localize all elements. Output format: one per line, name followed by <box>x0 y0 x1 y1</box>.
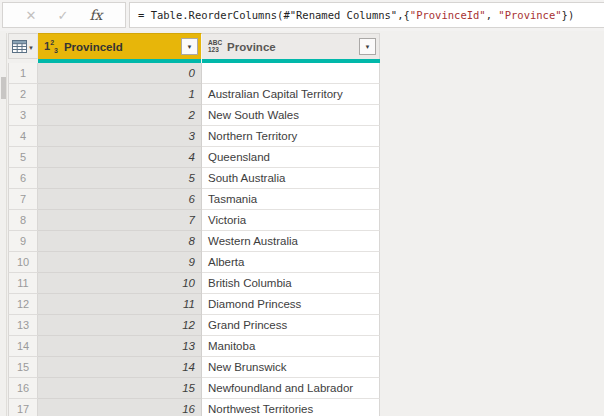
provinceid-cell[interactable]: 2 <box>38 105 202 126</box>
row-number[interactable]: 13 <box>8 315 38 336</box>
province-cell[interactable]: Alberta <box>202 252 380 273</box>
province-cell[interactable]: New South Wales <box>202 105 380 126</box>
pane-scroll-thumb[interactable] <box>1 77 6 99</box>
table-row: 10 9 Alberta <box>8 252 380 273</box>
province-cell[interactable]: New Brunswick <box>202 357 380 378</box>
province-cell[interactable]: Grand Princess <box>202 315 380 336</box>
table-row: 11 10 British Columbia <box>8 273 380 294</box>
table-row: 5 4 Queensland <box>8 147 380 168</box>
province-cell[interactable]: Northwest Territories <box>202 399 380 416</box>
provinceid-cell[interactable]: 6 <box>38 189 202 210</box>
provinceid-cell[interactable]: 5 <box>38 168 202 189</box>
province-cell[interactable]: South Australia <box>202 168 380 189</box>
provinceid-cell[interactable]: 16 <box>38 399 202 416</box>
table-icon <box>12 40 27 53</box>
table-header-row: ▼ 123 ProvinceId ▼ ABC 123 Province ▼ <box>8 33 380 59</box>
chevron-down-icon: ▼ <box>365 44 371 50</box>
row-number[interactable]: 1 <box>8 63 38 84</box>
table-menu-button[interactable]: ▼ <box>8 33 38 59</box>
table-row: 8 7 Victoria <box>8 210 380 231</box>
provinceid-cell[interactable]: 14 <box>38 357 202 378</box>
provinceid-cell[interactable]: 11 <box>38 294 202 315</box>
province-cell[interactable]: Victoria <box>202 210 380 231</box>
provinceid-cell[interactable]: 0 <box>38 63 202 84</box>
province-cell[interactable]: Northern Territory <box>202 126 380 147</box>
table-body: 1 0 2 1 Australian Capital Territory 3 2… <box>8 63 380 416</box>
row-number[interactable]: 11 <box>8 273 38 294</box>
power-query-editor: ✕ ✓ fx = Table.ReorderColumns(#"Renamed … <box>0 0 604 416</box>
row-number[interactable]: 3 <box>8 105 38 126</box>
row-number[interactable]: 9 <box>8 231 38 252</box>
row-number[interactable]: 5 <box>8 147 38 168</box>
row-number[interactable]: 12 <box>8 294 38 315</box>
province-cell[interactable]: Australian Capital Territory <box>202 84 380 105</box>
provinceid-cell[interactable]: 9 <box>38 252 202 273</box>
province-cell[interactable]: Queensland <box>202 147 380 168</box>
table-row: 14 13 Manitoba <box>8 336 380 357</box>
table-row: 15 14 New Brunswick <box>8 357 380 378</box>
provinceid-cell[interactable]: 10 <box>38 273 202 294</box>
cancel-icon[interactable]: ✕ <box>26 9 37 22</box>
any-type-icon: ABC 123 <box>208 40 222 54</box>
province-cell[interactable]: Manitoba <box>202 336 380 357</box>
provinceid-cell[interactable]: 3 <box>38 126 202 147</box>
provinceid-cell[interactable]: 12 <box>38 315 202 336</box>
row-number[interactable]: 7 <box>8 189 38 210</box>
table-row: 9 8 Western Australia <box>8 231 380 252</box>
row-number[interactable]: 10 <box>8 252 38 273</box>
provinceid-cell[interactable]: 4 <box>38 147 202 168</box>
formula-input[interactable]: = Table.ReorderColumns(#"Renamed Columns… <box>129 2 604 28</box>
table-row: 7 6 Tasmania <box>8 189 380 210</box>
table-row: 6 5 South Australia <box>8 168 380 189</box>
row-number[interactable]: 2 <box>8 84 38 105</box>
formula-bar: ✕ ✓ fx = Table.ReorderColumns(#"Renamed … <box>0 0 604 31</box>
table-row: 13 12 Grand Princess <box>8 315 380 336</box>
provinceid-cell[interactable]: 1 <box>38 84 202 105</box>
provinceid-cell[interactable]: 15 <box>38 378 202 399</box>
row-number[interactable]: 16 <box>8 378 38 399</box>
province-cell[interactable]: Diamond Princess <box>202 294 380 315</box>
row-number[interactable]: 14 <box>8 336 38 357</box>
filter-dropdown-button[interactable]: ▼ <box>181 38 198 55</box>
commit-icon[interactable]: ✓ <box>57 9 68 22</box>
province-cell[interactable] <box>202 63 380 84</box>
chevron-down-icon: ▼ <box>28 45 34 51</box>
fx-icon: fx <box>89 8 102 22</box>
row-number[interactable]: 4 <box>8 126 38 147</box>
table-row: 12 11 Diamond Princess <box>8 294 380 315</box>
table-row: 17 16 Northwest Territories <box>8 399 380 416</box>
row-number[interactable]: 8 <box>8 210 38 231</box>
table-row: 1 0 <box>8 63 380 84</box>
filter-dropdown-button[interactable]: ▼ <box>359 38 376 55</box>
column-header-label: Province <box>227 41 276 53</box>
column-header-label: ProvinceId <box>64 41 123 53</box>
province-cell[interactable]: Tasmania <box>202 189 380 210</box>
table-row: 2 1 Australian Capital Territory <box>8 84 380 105</box>
whole-number-type-icon: 123 <box>44 39 58 54</box>
table-row: 4 3 Northern Territory <box>8 126 380 147</box>
column-header-provinceid[interactable]: 123 ProvinceId ▼ <box>38 33 202 59</box>
row-number[interactable]: 15 <box>8 357 38 378</box>
provinceid-cell[interactable]: 7 <box>38 210 202 231</box>
formula-bar-buttons: ✕ ✓ fx <box>2 2 126 28</box>
chevron-down-icon: ▼ <box>187 44 193 50</box>
row-number[interactable]: 6 <box>8 168 38 189</box>
column-header-province[interactable]: ABC 123 Province ▼ <box>202 33 380 59</box>
province-cell[interactable]: Newfoundland and Labrador <box>202 378 380 399</box>
queries-pane-collapsed-strip[interactable] <box>0 33 7 416</box>
row-number[interactable]: 17 <box>8 399 38 416</box>
provinceid-cell[interactable]: 13 <box>38 336 202 357</box>
data-preview-table: ▼ 123 ProvinceId ▼ ABC 123 Province ▼ <box>8 33 380 416</box>
table-row: 3 2 New South Wales <box>8 105 380 126</box>
province-cell[interactable]: Western Australia <box>202 231 380 252</box>
province-cell[interactable]: British Columbia <box>202 273 380 294</box>
provinceid-cell[interactable]: 8 <box>38 231 202 252</box>
table-row: 16 15 Newfoundland and Labrador <box>8 378 380 399</box>
